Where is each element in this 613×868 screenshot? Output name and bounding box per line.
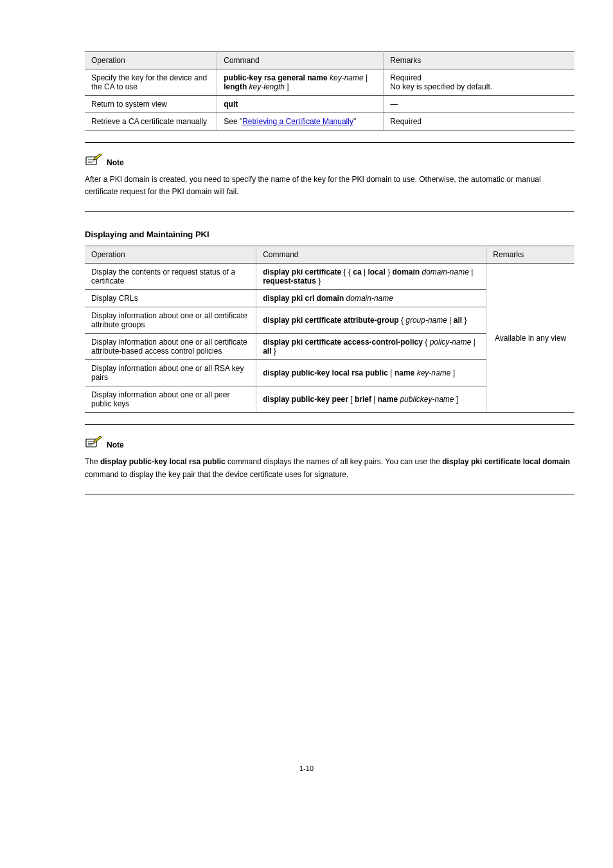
cell: display public-key peer [ brief | name p… [256,386,486,413]
note-head: Note [85,152,574,167]
cell: display pki certificate { { ca | local }… [256,264,486,290]
table-row: Retrieve a CA certificate manually See "… [85,113,574,131]
note-text: After a PKI domain is created, you need … [85,174,574,198]
page: Operation Command Remarks Specify the ke… [0,0,613,811]
table-config-steps: Operation Command Remarks Specify the ke… [85,51,574,131]
cell: See "Retrieving a Certificate Manually" [217,113,384,131]
cell: Required [384,113,574,131]
table-display-commands: Operation Command Remarks Display the co… [85,246,574,413]
table-row: Specify the key for the device and the C… [85,69,574,96]
cell: Display information about one or all cer… [85,307,256,334]
note-text: The display public-key local rsa public … [85,456,574,480]
cell: Display information about one or all RSA… [85,360,256,386]
cell: Display the contents or request status o… [85,264,256,290]
note-icon [85,434,103,449]
cell-remarks: Available in any view [486,264,574,413]
cell: Display CRLs [85,290,256,307]
cell: display pki crl domain domain-name [256,290,486,307]
col-command: Command [256,246,486,264]
col-command: Command [217,52,384,69]
note-icon [85,152,103,167]
col-remarks: Remarks [384,52,574,69]
cell: — [384,96,574,113]
cell: display pki certificate access-control-p… [256,334,486,360]
content: Operation Command Remarks Specify the ke… [85,51,574,494]
col-operation: Operation [85,52,217,69]
cell: Return to system view [85,96,217,113]
table-row: Return to system view quit — [85,96,574,113]
cell: Display information about one or all cer… [85,334,256,360]
cell: public-key rsa general name key-name [ l… [217,69,384,96]
note-head: Note [85,434,574,449]
note-label: Note [107,158,124,167]
table-row: Operation Command Remarks [85,52,574,69]
col-remarks: Remarks [486,246,574,264]
cell: RequiredNo key is specified by default. [384,69,574,96]
table-row: Operation Command Remarks [85,246,574,264]
note-box: Note The display public-key local rsa pu… [85,424,574,494]
cell: Retrieve a CA certificate manually [85,113,217,131]
note-label: Note [107,440,124,449]
col-operation: Operation [85,246,256,264]
cell: Specify the key for the device and the C… [85,69,217,96]
cell: display public-key local rsa public [ na… [256,360,486,386]
page-number: 1-10 [39,764,574,772]
section-heading: Displaying and Maintaining PKI [85,230,574,239]
note-box: Note After a PKI domain is created, you … [85,142,574,212]
table-row: Display the contents or request status o… [85,264,574,290]
cell: Display information about one or all pee… [85,386,256,413]
cell: display pki certificate attribute-group … [256,307,486,334]
cell: quit [217,96,384,113]
